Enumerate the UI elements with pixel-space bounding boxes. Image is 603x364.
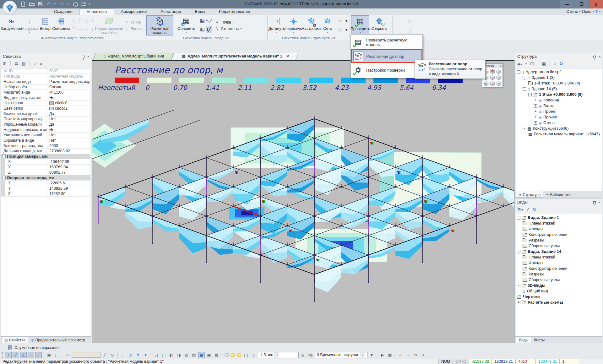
model-point-button[interactable]: ✦Точка▾ [215,20,242,24]
search-icon[interactable]: ⌕ [40,61,42,67]
tree-item[interactable]: + Прочее [516,114,602,120]
menu-tab[interactable]: Аннотации [154,8,188,15]
loadcase-select[interactable]: 3.Временные нагрузки▾ [315,352,367,358]
select-filter-icon[interactable]: ▶ [379,352,386,358]
property-row[interactable]: Цвет сетки c8dcd2 [1,106,90,111]
expander-icon[interactable]: - [517,284,520,287]
load-number-icon[interactable]: № [307,352,314,358]
move-tool-icon[interactable]: + [398,19,401,24]
menu-tab[interactable]: Редактирование [212,8,257,15]
expander-icon[interactable]: - [523,127,526,130]
add-model-icon[interactable]: ▦ [542,61,546,66]
regen-grid-icon[interactable] [199,26,205,33]
proj-plain-icon[interactable] [496,69,502,74]
pin-icon[interactable] [593,56,596,58]
tree-item[interactable]: - Здание 1 (3) [516,75,602,80]
property-row[interactable]: Цвет фона c0c0c0 [1,101,90,106]
tab-structure[interactable]: ◈Структура [516,191,543,198]
property-row[interactable]: Y 163769.04 [1,165,90,170]
extend-button[interactable]: Дотянуть▾ [269,15,285,35]
expander-icon[interactable]: + [517,301,520,304]
help-menu[interactable]: ? [595,9,598,14]
tree-item[interactable]: + Стена [516,120,602,126]
seismic-button[interactable]: Сейсмика [53,15,70,35]
expander-icon[interactable]: - [523,87,526,91]
window-menu[interactable]: Окно [582,9,591,14]
model-rod-button[interactable]: ╲Стержень▾ [215,26,242,31]
y-constraint-icon[interactable]: Y [135,352,141,358]
close-icon[interactable] [500,64,502,68]
tree-item[interactable]: Расчетная модель вариант 1 (5647) [516,131,602,137]
find-icon[interactable]: ⌕ [554,61,556,67]
mesh-view-icon[interactable]: ▦ [213,352,220,358]
snap-line-toggle[interactable]: ╱ [13,352,19,358]
property-row[interactable] [1,197,90,202]
apply-icon[interactable]: ✓ [33,61,37,66]
tree-item[interactable]: Фасады [516,226,602,232]
property-row[interactable]: X -22685.61 [1,181,90,186]
view-texture-icon[interactable]: ▥ [183,352,190,358]
viewport-canvas[interactable]: Расстояние до опор, м Неопертый 0 [92,60,514,343]
close-button[interactable]: x [589,0,603,8]
view-render-icon[interactable]: ◨ [176,352,182,358]
building-visibility-icon[interactable]: ⌂ [250,352,257,358]
visibility-half-icon[interactable] [231,353,235,357]
tree-item[interactable]: 1-й этаж +0.000 3.000 (4) [516,80,602,86]
analysis-model-button[interactable]: Расчетная модель [146,15,173,35]
tree-item[interactable]: - Адлер_молл.ifc.spf [516,69,602,75]
menu-tab[interactable]: Виды [188,8,212,15]
close-icon[interactable] [87,54,90,59]
view-wire-icon[interactable]: ◻ [153,352,160,358]
x-constraint-icon[interactable]: X [127,352,134,358]
apply-check-icon[interactable]: ✓ [397,352,404,358]
squares-dropdown-icon[interactable]: ▾ [345,27,348,32]
expander-icon[interactable]: + [534,104,537,108]
supports-icon-cluster[interactable]: ⊥⊤△⊥ ⌶C₁C₂△⊥ [70,17,95,33]
property-row[interactable]: Скрывать в виде Нет [1,138,90,143]
tree-item[interactable]: Чертежи [516,294,602,300]
zoom-tool-icon[interactable]: ⌕ [420,352,426,358]
menu-item-check-settings[interactable]: Настройки проверки [351,63,422,77]
snap-points-toggle[interactable]: ∴ [28,352,34,358]
tree-item[interactable]: - Здание 14 (5) [516,86,602,92]
property-row[interactable]: Надписи в плоскости эк... Нет [1,127,90,133]
view-box-icon[interactable]: ▤ [191,352,197,358]
squares-icon[interactable]: ◻◻ [337,26,343,33]
platform-icon[interactable]: ▱ [337,17,343,24]
property-row[interactable]: X -106407.09 [1,159,90,165]
tree-item[interactable]: + Балка [516,103,602,109]
property-row[interactable]: Название вида Расчетная модель вари... [1,79,90,84]
property-row[interactable]: Y 143926.69 [1,186,90,191]
pointer-slash-icon[interactable]: ↖╱ [206,17,212,24]
property-row[interactable]: Дальняя граница, мм 2709603.82 [1,149,90,154]
menu-tab[interactable]: Аналитика [79,8,114,15]
app-logo[interactable] [3,1,17,15]
tab-preview[interactable]: ◫Предварительный просмотр [28,337,87,343]
tree-item[interactable]: - Конструкции (5646) [516,126,602,131]
close-tab-icon[interactable] [287,54,289,58]
load-button[interactable]: ↓ Нагрузка▾ [22,15,38,35]
intersect-button[interactable]: Пересечь▾ [285,15,302,35]
proj-front-icon[interactable] [490,75,495,80]
expander-icon[interactable]: + [534,110,537,113]
update-mesh-icon[interactable] [199,17,205,24]
minimize-button[interactable]: — [560,0,574,8]
list-view-icon[interactable]: ▤ [14,61,19,66]
property-row[interactable]: Вид для результатов Нет [1,95,90,101]
more-snaps-icon[interactable]: ▾ [142,352,149,358]
home-icon[interactable]: ⌂ [525,61,527,66]
loads-filter-icon[interactable]: ▼ [368,352,375,358]
expander-icon[interactable]: - [517,70,520,74]
analytic-line-button[interactable]: ╲Линия [124,26,142,31]
visibility-on-icon[interactable] [237,353,241,357]
property-row[interactable]: Учитывать вес линий Нет [1,133,90,138]
object-snap-icon[interactable]: ▢ [53,352,60,358]
tree-item[interactable]: + Расчётные схемы [516,300,602,305]
tree-item[interactable]: - 3D-Виды [516,283,602,288]
tab-properties[interactable]: ▤Свойства [2,337,28,343]
proj-right-icon[interactable] [496,81,502,86]
view-tab-analysis-model[interactable]: ▦Адлер_молл.ifc.spf:Расчетная модель вар… [172,53,297,60]
menu-item-check-model[interactable]: Проверить расчетную модель [351,35,422,49]
menu-tab[interactable]: Создание [47,8,79,15]
tree-item[interactable]: Общий вид [516,288,602,294]
